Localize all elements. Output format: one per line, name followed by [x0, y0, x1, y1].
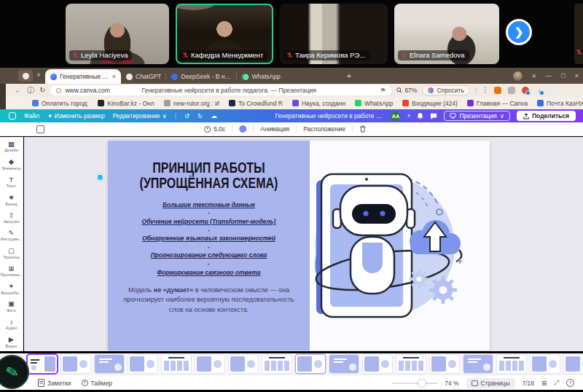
slide-thumbnail-17[interactable] — [564, 355, 583, 373]
duration-control[interactable]: 5.0с — [204, 125, 225, 133]
slide-thumbnail-1[interactable] — [28, 355, 57, 373]
video-tile-1[interactable]: Leyla Haciyeva — [66, 4, 169, 64]
back-icon[interactable]: ← — [15, 87, 22, 94]
profile-sync-icon[interactable] — [522, 87, 529, 94]
browser-tab-4[interactable]: WhatsApp — [237, 69, 285, 84]
slide-thumbnail-10[interactable] — [329, 355, 359, 373]
position-button[interactable]: Расположение — [303, 125, 345, 133]
sidebar-item-elements[interactable]: ◆Элементы — [0, 155, 23, 173]
download-icon[interactable]: ↓ — [536, 87, 543, 94]
more-options-icon[interactable]: ⋮ — [482, 87, 489, 94]
presentation-slide[interactable]: ПРИНЦИП РАБОТЫ (УПРОЩЁННАЯ СХЕМА) Больши… — [108, 141, 490, 350]
slide-thumbnail-5[interactable] — [162, 355, 191, 373]
bookmark-item-7[interactable]: Входящие (424) — [402, 100, 458, 107]
bookmark-icon[interactable]: ⚑ — [380, 87, 386, 94]
background-color-swatch[interactable] — [239, 125, 246, 133]
share-button[interactable]: Поделиться — [517, 111, 576, 121]
close-tab-icon[interactable]: × — [112, 73, 116, 80]
bookmark-item-6[interactable]: WhatsApp — [355, 100, 393, 107]
bookmark-item-3[interactable]: new-rutor.org : И — [164, 100, 219, 107]
mic-muted-icon — [576, 45, 582, 58]
tab-search-chevron-icon[interactable]: ∨ — [36, 71, 41, 78]
undo-icon[interactable]: ↺ — [184, 112, 189, 119]
add-collaborator-button[interactable]: + — [407, 112, 410, 119]
tab-title: ChatGPT — [136, 73, 161, 80]
browser-tab-1[interactable]: Генеративные нейро...× — [45, 69, 121, 84]
editing-mode-menu[interactable]: Редактирование ∨ — [113, 112, 167, 119]
bookmark-item-8[interactable]: Главная — Canva — [467, 100, 528, 107]
help-icon[interactable]: ? — [566, 379, 574, 387]
sidebar-item-tools[interactable]: ✎Инструме... — [0, 227, 23, 244]
slide-thumbnail-8[interactable] — [262, 355, 292, 373]
browser-tab-3[interactable]: DeepSeek - В неизвестн... — [166, 69, 237, 84]
sidebar-item-audio[interactable]: ♪Аудио — [0, 315, 23, 333]
browser-app-icon[interactable] — [18, 70, 33, 82]
notes-button[interactable]: Заметки — [38, 379, 71, 387]
delete-icon[interactable] — [359, 125, 366, 133]
browser-profile-avatar[interactable] — [513, 71, 523, 81]
slide-thumbnail-11[interactable] — [363, 355, 392, 373]
sidebar-item-text[interactable]: TТекст — [0, 173, 23, 191]
zoom-percentage[interactable]: 74 % — [445, 380, 458, 387]
sidebar-item-brand[interactable]: ★Бренд — [0, 191, 23, 208]
ask-button[interactable]: Спросить — [422, 85, 470, 95]
resize-menu[interactable]: ✦ Изменить размер — [47, 112, 105, 119]
maximize-button[interactable]: □ — [561, 72, 565, 79]
animate-button[interactable]: Анимация — [260, 125, 289, 133]
next-participants-button[interactable]: ❯ — [506, 19, 532, 45]
sidebar-item-magic[interactable]: ✶Волшебн... — [0, 280, 23, 297]
slide-thumbnail-7[interactable] — [229, 355, 258, 373]
video-tile-3[interactable]: Таира Керимова РЭ... — [280, 4, 388, 64]
slide-thumbnail-3[interactable] — [95, 355, 124, 373]
bookmark-item-9[interactable]: Почта КазНУ — А — [537, 100, 583, 107]
new-tab-button[interactable]: + — [344, 71, 354, 81]
sidebar-item-apps[interactable]: ⊞Приложен... — [0, 262, 23, 280]
document-title[interactable]: Генеративные нейросети в работе педагога… — [275, 112, 384, 119]
sidebar-item-projects[interactable]: ▢Проекты — [0, 244, 23, 262]
file-menu[interactable]: Файл — [24, 112, 39, 119]
site-info-icon[interactable] — [56, 88, 61, 93]
zoom-slider[interactable] — [392, 383, 437, 384]
notes-view-icon[interactable] — [36, 125, 44, 133]
collaborator-avatar[interactable]: AA — [391, 111, 400, 121]
sidebar-item-photos[interactable]: ▣Фото — [0, 298, 23, 315]
bookmark-item-2[interactable]: KinoBar.kz - Онл — [98, 100, 154, 107]
close-button[interactable]: × — [575, 72, 579, 79]
grid-view-icon[interactable]: ⊞ — [541, 380, 547, 387]
bookmark-item-4[interactable]: To Crowdfund R — [229, 100, 283, 107]
extension-icon-gray[interactable] — [508, 87, 515, 94]
slide-thumbnail-16[interactable] — [531, 355, 560, 373]
slide-thumbnail-15[interactable] — [497, 355, 526, 373]
present-button[interactable]: Презентация ∨ — [444, 111, 510, 121]
slide-thumbnail-2[interactable] — [61, 355, 90, 373]
slide-thumbnail-4[interactable] — [128, 355, 157, 373]
slide-thumbnail-6[interactable] — [195, 355, 224, 373]
fullscreen-icon[interactable]: ⤢ — [554, 379, 559, 387]
sidebar-item-video[interactable]: ▶Видео — [0, 333, 23, 350]
pages-button[interactable]: Страницы — [466, 378, 515, 388]
browser-menu-icon[interactable]: ≡ — [532, 72, 536, 79]
address-field[interactable]: www.canva.com Генеративные нейросети в р… — [50, 85, 391, 95]
canva-home-icon[interactable] — [9, 112, 16, 119]
redo-icon[interactable]: ↻ — [197, 112, 203, 119]
bookmark-item-5[interactable]: Наука, созданн — [292, 100, 345, 107]
zoom-slider-knob[interactable] — [418, 380, 426, 387]
video-tile-4[interactable]: Elnara Samedova — [394, 4, 499, 64]
extension-icon-orange[interactable] — [494, 87, 501, 94]
minimize-button[interactable]: — — [545, 72, 552, 79]
comment-icon[interactable] — [430, 113, 437, 119]
slide-thumbnail-9[interactable] — [296, 355, 325, 373]
slide-thumbnail-14[interactable] — [463, 355, 493, 373]
slide-thumbnail-13[interactable] — [430, 355, 459, 373]
reload-icon[interactable]: ↻ — [39, 87, 45, 94]
site-permissions-icon[interactable]: ⓘ — [27, 87, 34, 94]
bookmark-item-1[interactable]: Оплатить город: — [32, 100, 88, 107]
bell-icon[interactable] — [417, 112, 423, 119]
slide-thumbnail-12[interactable] — [396, 355, 426, 373]
sidebar-item-uploads[interactable]: ⇧Загрузки — [0, 209, 23, 227]
timer-button[interactable]: Таймер — [82, 380, 113, 387]
zoom-level-indicator[interactable]: 67% — [396, 87, 417, 94]
sidebar-item-design[interactable]: ▦Дизайн — [0, 138, 23, 155]
browser-tab-2[interactable]: ChatGPT — [121, 69, 166, 84]
video-tile-2[interactable]: Кафедра Менеджмент — [176, 4, 273, 64]
